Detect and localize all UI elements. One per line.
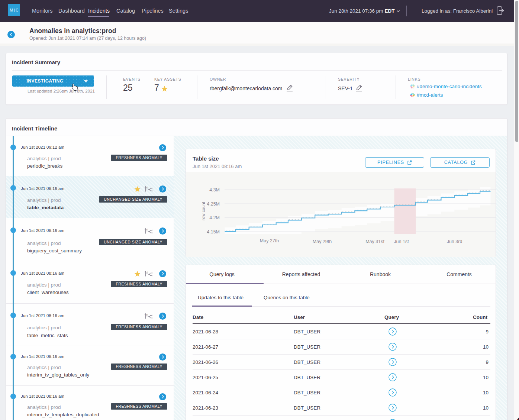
svg-text:May 31st: May 31st — [365, 239, 384, 244]
svg-text:Jun 3rd: Jun 3rd — [447, 239, 462, 244]
svg-text:4.3M: 4.3M — [209, 187, 220, 193]
svg-text:st: st — [146, 228, 148, 231]
svg-text:st: st — [146, 313, 148, 316]
svg-text:st: st — [146, 186, 148, 189]
svg-text:row count: row count — [201, 201, 206, 220]
svg-text:st: st — [146, 271, 148, 274]
svg-text:May 27th: May 27th — [260, 238, 279, 243]
svg-text:4.2M: 4.2M — [209, 215, 220, 220]
svg-text:4.25M: 4.25M — [207, 201, 220, 207]
svg-text:4.15M: 4.15M — [207, 229, 220, 235]
svg-text:May 29th: May 29th — [313, 239, 332, 244]
svg-text:Jun 1st: Jun 1st — [394, 239, 409, 244]
